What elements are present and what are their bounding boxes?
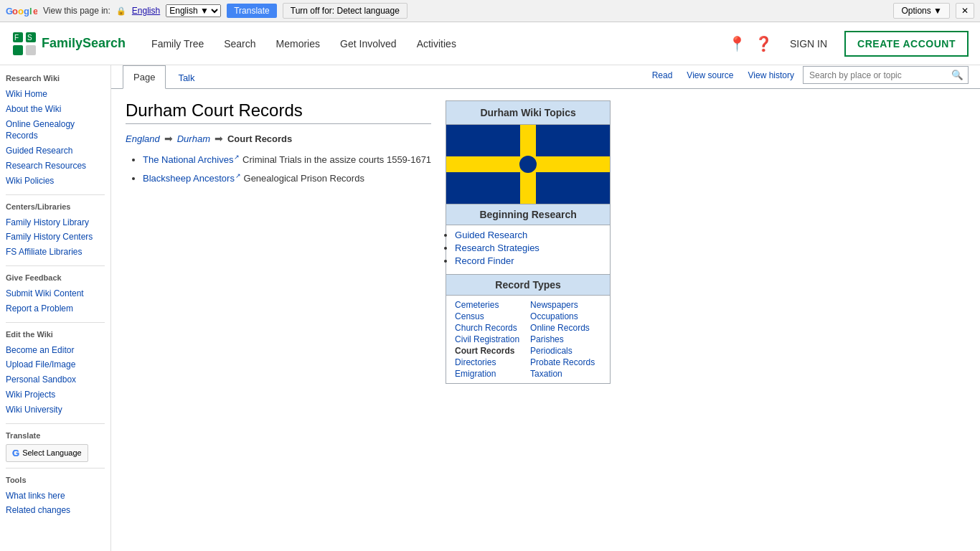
- select-language-button[interactable]: G Select Language: [6, 444, 88, 462]
- nav-memories[interactable]: Memories: [268, 32, 329, 55]
- svg-text:F: F: [14, 34, 19, 42]
- list-item: The National Archives Criminal Trials in…: [143, 153, 431, 167]
- probate-records-link[interactable]: Probate Records: [530, 357, 601, 367]
- article-list: The National Archives Criminal Trials in…: [126, 153, 431, 186]
- logo-text: FamilySearch: [42, 36, 126, 51]
- breadcrumb: England ➡ Durham ➡ Court Records: [126, 133, 431, 144]
- tab-view-source[interactable]: View source: [681, 67, 739, 83]
- sidebar-personal-sandbox[interactable]: Personal Sandbox: [6, 372, 105, 387]
- main-nav: Family Tree Search Memories Get Involved…: [143, 32, 711, 55]
- options-button[interactable]: Options ▼: [893, 3, 950, 19]
- breadcrumb-arrow-2: ➡: [215, 133, 223, 144]
- svg-rect-8: [13, 45, 23, 55]
- sidebar: Research Wiki Wiki Home About the Wiki O…: [0, 65, 111, 551]
- location-icon[interactable]: 📍: [728, 35, 746, 52]
- header-actions: 📍 ❓ SIGN IN CREATE ACCOUNT: [728, 31, 969, 57]
- nav-family-tree[interactable]: Family Tree: [143, 32, 212, 55]
- svg-text:o: o: [18, 6, 24, 17]
- wiki-topics-header: Durham Wiki Topics: [446, 101, 610, 125]
- sidebar-guided-research[interactable]: Guided Research: [6, 143, 105, 159]
- sidebar-family-history-centers[interactable]: Family History Centers: [6, 230, 105, 245]
- header: F S FamilySearch Family Tree Search Memo…: [0, 22, 980, 65]
- civil-registration-link[interactable]: Civil Registration: [455, 334, 526, 344]
- sidebar-wiki-university[interactable]: Wiki University: [6, 402, 105, 418]
- sidebar-wiki-home[interactable]: Wiki Home: [6, 87, 105, 102]
- turnoff-button[interactable]: Turn off for: Detect language: [283, 3, 407, 19]
- durham-flag: [446, 125, 610, 204]
- sidebar-research-resources[interactable]: Research Resources: [6, 159, 105, 174]
- list-item: Blacksheep Ancestors Genealogical Prison…: [143, 171, 431, 186]
- list-item-text-1: Criminal Trials in the assize courts 155…: [242, 154, 431, 165]
- create-account-button[interactable]: CREATE ACCOUNT: [844, 31, 969, 57]
- periodicals-link[interactable]: Periodicals: [530, 346, 601, 356]
- search-button[interactable]: 🔍: [947, 67, 968, 83]
- sidebar-report-problem[interactable]: Report a Problem: [6, 301, 105, 316]
- sidebar-family-history-library[interactable]: Family History Library: [6, 215, 105, 230]
- sidebar-wiki-policies[interactable]: Wiki Policies: [6, 174, 105, 189]
- search-input[interactable]: [804, 67, 947, 83]
- svg-text:l: l: [29, 6, 32, 17]
- sidebar-wiki-projects[interactable]: Wiki Projects: [6, 387, 105, 402]
- beginning-research-header: Beginning Research: [446, 204, 610, 225]
- wiki-topics-box: Durham Wiki Topics Beginning Research Gu…: [446, 100, 611, 384]
- breadcrumb-england[interactable]: England: [126, 133, 160, 144]
- breadcrumb-durham[interactable]: Durham: [177, 133, 210, 144]
- tab-actions: Read View source View history 🔍: [646, 66, 969, 88]
- cemeteries-link[interactable]: Cemeteries: [455, 300, 526, 310]
- taxation-link[interactable]: Taxation: [530, 369, 601, 379]
- emigration-link[interactable]: Emigration: [455, 369, 526, 379]
- sidebar-about-wiki[interactable]: About the Wiki: [6, 102, 105, 117]
- parishes-link[interactable]: Parishes: [530, 334, 601, 344]
- online-records-link[interactable]: Online Records: [530, 323, 601, 333]
- church-records-link[interactable]: Church Records: [455, 323, 526, 333]
- record-types-grid: Cemeteries Newspapers Census Occupations…: [446, 296, 610, 383]
- svg-rect-9: [26, 45, 36, 55]
- tab-page[interactable]: Page: [123, 65, 166, 89]
- national-archives-link[interactable]: The National Archives: [143, 154, 240, 165]
- list-item: Research Strategies: [455, 242, 601, 253]
- select-language-label: Select Language: [22, 448, 82, 457]
- edit-wiki-title: Edit the Wiki: [6, 330, 105, 339]
- language-link[interactable]: English: [132, 6, 160, 16]
- breadcrumb-current: Court Records: [227, 133, 292, 144]
- google-translate-bar: G o o g l e View this page in: 🔒 English…: [0, 0, 980, 22]
- newspapers-link[interactable]: Newspapers: [530, 300, 601, 310]
- nav-get-involved[interactable]: Get Involved: [331, 32, 405, 55]
- sidebar-become-editor[interactable]: Become an Editor: [6, 343, 105, 358]
- translate-button[interactable]: Translate: [227, 4, 277, 18]
- list-item: Guided Research: [455, 230, 601, 240]
- tab-search: 🔍: [803, 66, 969, 84]
- blacksheep-ancestors-link[interactable]: Blacksheep Ancestors: [143, 173, 241, 184]
- research-strategies-link[interactable]: Research Strategies: [455, 242, 540, 253]
- sign-in-button[interactable]: SIGN IN: [781, 34, 836, 54]
- logo-icon: F S: [11, 31, 37, 57]
- tab-talk[interactable]: Talk: [167, 66, 205, 89]
- page-tabs: Page Talk Read View source View history …: [111, 65, 980, 89]
- tab-read[interactable]: Read: [646, 67, 679, 83]
- directories-link[interactable]: Directories: [455, 357, 526, 367]
- language-select[interactable]: English ▼: [166, 4, 221, 17]
- help-icon[interactable]: ❓: [755, 35, 773, 52]
- guided-research-link[interactable]: Guided Research: [455, 230, 527, 240]
- sidebar-online-genealogy[interactable]: Online Genealogy Records: [6, 117, 105, 144]
- occupations-link[interactable]: Occupations: [530, 311, 601, 321]
- sidebar-fs-affiliate-libraries[interactable]: FS Affiliate Libraries: [6, 245, 105, 260]
- sidebar-what-links-here[interactable]: What links here: [6, 489, 105, 504]
- content-wrapper: Research Wiki Wiki Home About the Wiki O…: [0, 65, 980, 551]
- nav-search[interactable]: Search: [215, 32, 264, 55]
- sidebar-upload-file[interactable]: Upload File/Image: [6, 357, 105, 372]
- tools-title: Tools: [6, 476, 105, 484]
- breadcrumb-arrow-1: ➡: [164, 133, 173, 144]
- tab-view-history[interactable]: View history: [743, 67, 800, 83]
- give-feedback-title: Give Feedback: [6, 273, 105, 282]
- logo-search: Search: [83, 36, 126, 50]
- census-link[interactable]: Census: [455, 311, 526, 321]
- sidebar-submit-wiki[interactable]: Submit Wiki Content: [6, 286, 105, 301]
- nav-activities[interactable]: Activities: [408, 32, 465, 55]
- lock-icon: 🔒: [116, 6, 126, 16]
- sidebar-related-changes[interactable]: Related changes: [6, 503, 105, 518]
- court-records-link[interactable]: Court Records: [455, 346, 526, 356]
- logo[interactable]: F S FamilySearch: [11, 31, 126, 57]
- record-finder-link[interactable]: Record Finder: [455, 255, 514, 266]
- close-button[interactable]: ✕: [956, 3, 974, 19]
